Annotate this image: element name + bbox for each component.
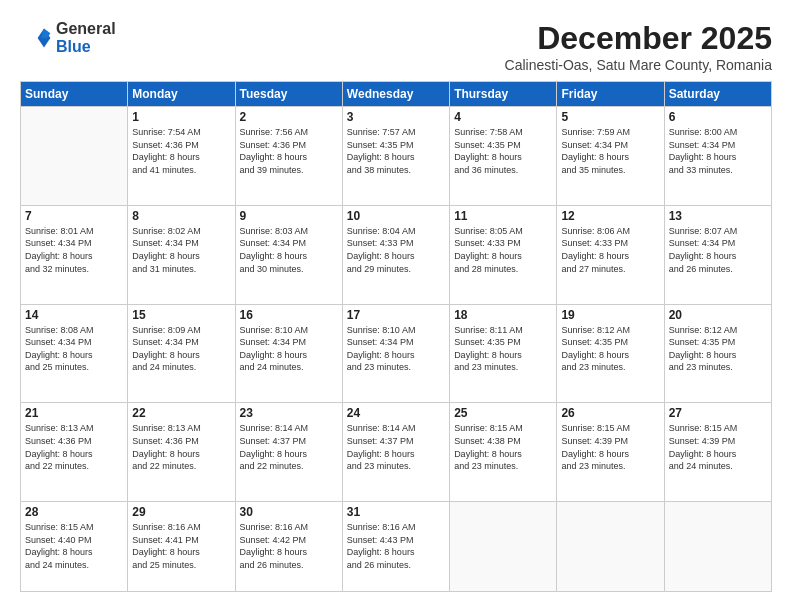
calendar-header-row: Sunday Monday Tuesday Wednesday Thursday… (21, 82, 772, 107)
day-info: Sunrise: 8:05 AM Sunset: 4:33 PM Dayligh… (454, 225, 552, 275)
day-info: Sunrise: 8:16 AM Sunset: 4:41 PM Dayligh… (132, 521, 230, 571)
day-info: Sunrise: 8:09 AM Sunset: 4:34 PM Dayligh… (132, 324, 230, 374)
day-info: Sunrise: 8:08 AM Sunset: 4:34 PM Dayligh… (25, 324, 123, 374)
page: General Blue December 2025 Calinesti-Oas… (0, 0, 792, 612)
day-info: Sunrise: 8:04 AM Sunset: 4:33 PM Dayligh… (347, 225, 445, 275)
day-info: Sunrise: 8:14 AM Sunset: 4:37 PM Dayligh… (347, 422, 445, 472)
day-number: 5 (561, 110, 659, 124)
logo-icon (20, 22, 52, 54)
table-row: 8Sunrise: 8:02 AM Sunset: 4:34 PM Daylig… (128, 205, 235, 304)
day-number: 23 (240, 406, 338, 420)
table-row: 5Sunrise: 7:59 AM Sunset: 4:34 PM Daylig… (557, 107, 664, 206)
col-saturday: Saturday (664, 82, 771, 107)
header: General Blue December 2025 Calinesti-Oas… (20, 20, 772, 73)
calendar-week-row: 28Sunrise: 8:15 AM Sunset: 4:40 PM Dayli… (21, 502, 772, 592)
day-number: 15 (132, 308, 230, 322)
day-number: 19 (561, 308, 659, 322)
location-subtitle: Calinesti-Oas, Satu Mare County, Romania (505, 57, 772, 73)
day-number: 21 (25, 406, 123, 420)
day-info: Sunrise: 8:10 AM Sunset: 4:34 PM Dayligh… (347, 324, 445, 374)
table-row: 14Sunrise: 8:08 AM Sunset: 4:34 PM Dayli… (21, 304, 128, 403)
day-info: Sunrise: 8:03 AM Sunset: 4:34 PM Dayligh… (240, 225, 338, 275)
day-number: 6 (669, 110, 767, 124)
col-friday: Friday (557, 82, 664, 107)
table-row: 3Sunrise: 7:57 AM Sunset: 4:35 PM Daylig… (342, 107, 449, 206)
table-row: 7Sunrise: 8:01 AM Sunset: 4:34 PM Daylig… (21, 205, 128, 304)
day-number: 17 (347, 308, 445, 322)
day-number: 25 (454, 406, 552, 420)
col-monday: Monday (128, 82, 235, 107)
day-number: 4 (454, 110, 552, 124)
table-row (557, 502, 664, 592)
table-row: 29Sunrise: 8:16 AM Sunset: 4:41 PM Dayli… (128, 502, 235, 592)
logo-general: General (56, 20, 116, 38)
table-row: 17Sunrise: 8:10 AM Sunset: 4:34 PM Dayli… (342, 304, 449, 403)
calendar-table: Sunday Monday Tuesday Wednesday Thursday… (20, 81, 772, 592)
day-info: Sunrise: 7:57 AM Sunset: 4:35 PM Dayligh… (347, 126, 445, 176)
table-row: 2Sunrise: 7:56 AM Sunset: 4:36 PM Daylig… (235, 107, 342, 206)
table-row: 30Sunrise: 8:16 AM Sunset: 4:42 PM Dayli… (235, 502, 342, 592)
day-number: 18 (454, 308, 552, 322)
day-info: Sunrise: 8:16 AM Sunset: 4:42 PM Dayligh… (240, 521, 338, 571)
day-number: 26 (561, 406, 659, 420)
logo: General Blue (20, 20, 116, 56)
day-number: 27 (669, 406, 767, 420)
day-info: Sunrise: 8:10 AM Sunset: 4:34 PM Dayligh… (240, 324, 338, 374)
table-row: 27Sunrise: 8:15 AM Sunset: 4:39 PM Dayli… (664, 403, 771, 502)
table-row: 10Sunrise: 8:04 AM Sunset: 4:33 PM Dayli… (342, 205, 449, 304)
day-info: Sunrise: 8:15 AM Sunset: 4:39 PM Dayligh… (561, 422, 659, 472)
col-wednesday: Wednesday (342, 82, 449, 107)
table-row: 1Sunrise: 7:54 AM Sunset: 4:36 PM Daylig… (128, 107, 235, 206)
day-info: Sunrise: 8:07 AM Sunset: 4:34 PM Dayligh… (669, 225, 767, 275)
day-number: 24 (347, 406, 445, 420)
day-info: Sunrise: 8:16 AM Sunset: 4:43 PM Dayligh… (347, 521, 445, 571)
logo-blue: Blue (56, 38, 116, 56)
day-info: Sunrise: 8:12 AM Sunset: 4:35 PM Dayligh… (669, 324, 767, 374)
logo-text: General Blue (56, 20, 116, 56)
day-number: 11 (454, 209, 552, 223)
day-info: Sunrise: 7:56 AM Sunset: 4:36 PM Dayligh… (240, 126, 338, 176)
month-title: December 2025 (505, 20, 772, 57)
col-thursday: Thursday (450, 82, 557, 107)
day-info: Sunrise: 8:14 AM Sunset: 4:37 PM Dayligh… (240, 422, 338, 472)
day-info: Sunrise: 7:58 AM Sunset: 4:35 PM Dayligh… (454, 126, 552, 176)
day-info: Sunrise: 7:54 AM Sunset: 4:36 PM Dayligh… (132, 126, 230, 176)
day-number: 7 (25, 209, 123, 223)
calendar-week-row: 7Sunrise: 8:01 AM Sunset: 4:34 PM Daylig… (21, 205, 772, 304)
day-number: 8 (132, 209, 230, 223)
calendar-week-row: 1Sunrise: 7:54 AM Sunset: 4:36 PM Daylig… (21, 107, 772, 206)
day-info: Sunrise: 8:15 AM Sunset: 4:39 PM Dayligh… (669, 422, 767, 472)
table-row: 25Sunrise: 8:15 AM Sunset: 4:38 PM Dayli… (450, 403, 557, 502)
calendar-week-row: 14Sunrise: 8:08 AM Sunset: 4:34 PM Dayli… (21, 304, 772, 403)
day-info: Sunrise: 8:00 AM Sunset: 4:34 PM Dayligh… (669, 126, 767, 176)
day-number: 16 (240, 308, 338, 322)
day-number: 3 (347, 110, 445, 124)
day-info: Sunrise: 8:11 AM Sunset: 4:35 PM Dayligh… (454, 324, 552, 374)
table-row: 22Sunrise: 8:13 AM Sunset: 4:36 PM Dayli… (128, 403, 235, 502)
day-number: 2 (240, 110, 338, 124)
table-row (450, 502, 557, 592)
day-number: 9 (240, 209, 338, 223)
table-row: 15Sunrise: 8:09 AM Sunset: 4:34 PM Dayli… (128, 304, 235, 403)
table-row: 24Sunrise: 8:14 AM Sunset: 4:37 PM Dayli… (342, 403, 449, 502)
table-row: 28Sunrise: 8:15 AM Sunset: 4:40 PM Dayli… (21, 502, 128, 592)
day-number: 14 (25, 308, 123, 322)
table-row: 21Sunrise: 8:13 AM Sunset: 4:36 PM Dayli… (21, 403, 128, 502)
day-number: 13 (669, 209, 767, 223)
day-number: 31 (347, 505, 445, 519)
table-row: 19Sunrise: 8:12 AM Sunset: 4:35 PM Dayli… (557, 304, 664, 403)
day-number: 22 (132, 406, 230, 420)
day-number: 28 (25, 505, 123, 519)
table-row (664, 502, 771, 592)
day-info: Sunrise: 8:06 AM Sunset: 4:33 PM Dayligh… (561, 225, 659, 275)
title-block: December 2025 Calinesti-Oas, Satu Mare C… (505, 20, 772, 73)
table-row: 20Sunrise: 8:12 AM Sunset: 4:35 PM Dayli… (664, 304, 771, 403)
table-row (21, 107, 128, 206)
table-row: 4Sunrise: 7:58 AM Sunset: 4:35 PM Daylig… (450, 107, 557, 206)
table-row: 18Sunrise: 8:11 AM Sunset: 4:35 PM Dayli… (450, 304, 557, 403)
day-info: Sunrise: 8:13 AM Sunset: 4:36 PM Dayligh… (25, 422, 123, 472)
table-row: 11Sunrise: 8:05 AM Sunset: 4:33 PM Dayli… (450, 205, 557, 304)
table-row: 26Sunrise: 8:15 AM Sunset: 4:39 PM Dayli… (557, 403, 664, 502)
table-row: 12Sunrise: 8:06 AM Sunset: 4:33 PM Dayli… (557, 205, 664, 304)
table-row: 31Sunrise: 8:16 AM Sunset: 4:43 PM Dayli… (342, 502, 449, 592)
